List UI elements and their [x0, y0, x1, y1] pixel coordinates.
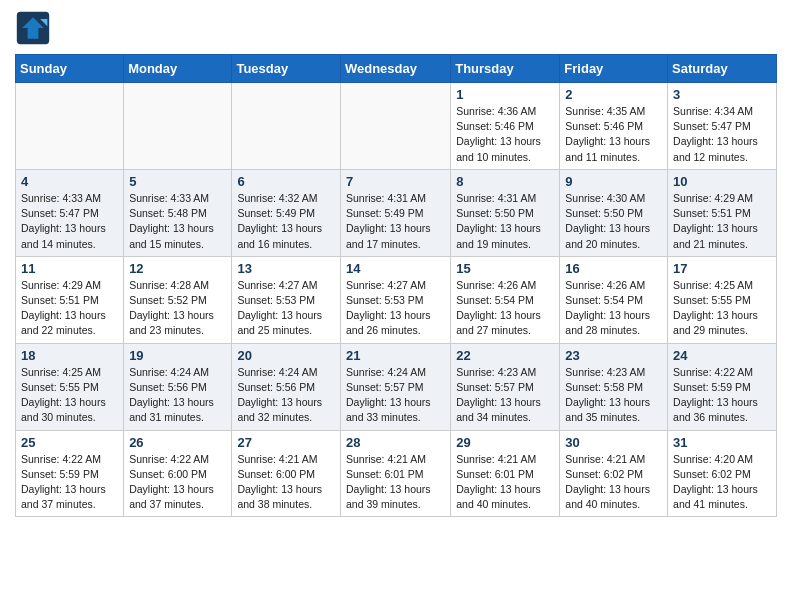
day-number: 24	[673, 348, 771, 363]
day-info: Sunrise: 4:24 AM Sunset: 5:56 PM Dayligh…	[129, 365, 226, 426]
day-number: 2	[565, 87, 662, 102]
day-info: Sunrise: 4:29 AM Sunset: 5:51 PM Dayligh…	[673, 191, 771, 252]
day-info: Sunrise: 4:33 AM Sunset: 5:47 PM Dayligh…	[21, 191, 118, 252]
day-info: Sunrise: 4:21 AM Sunset: 6:01 PM Dayligh…	[456, 452, 554, 513]
day-number: 7	[346, 174, 445, 189]
day-info: Sunrise: 4:33 AM Sunset: 5:48 PM Dayligh…	[129, 191, 226, 252]
calendar-cell	[340, 83, 450, 170]
day-info: Sunrise: 4:31 AM Sunset: 5:50 PM Dayligh…	[456, 191, 554, 252]
header	[15, 10, 777, 46]
calendar-cell: 22Sunrise: 4:23 AM Sunset: 5:57 PM Dayli…	[451, 343, 560, 430]
week-row-4: 18Sunrise: 4:25 AM Sunset: 5:55 PM Dayli…	[16, 343, 777, 430]
day-number: 23	[565, 348, 662, 363]
day-number: 3	[673, 87, 771, 102]
day-number: 30	[565, 435, 662, 450]
calendar-cell: 4Sunrise: 4:33 AM Sunset: 5:47 PM Daylig…	[16, 169, 124, 256]
day-info: Sunrise: 4:27 AM Sunset: 5:53 PM Dayligh…	[346, 278, 445, 339]
day-number: 20	[237, 348, 335, 363]
day-info: Sunrise: 4:24 AM Sunset: 5:56 PM Dayligh…	[237, 365, 335, 426]
week-row-1: 1Sunrise: 4:36 AM Sunset: 5:46 PM Daylig…	[16, 83, 777, 170]
day-info: Sunrise: 4:21 AM Sunset: 6:00 PM Dayligh…	[237, 452, 335, 513]
day-info: Sunrise: 4:23 AM Sunset: 5:57 PM Dayligh…	[456, 365, 554, 426]
day-info: Sunrise: 4:28 AM Sunset: 5:52 PM Dayligh…	[129, 278, 226, 339]
day-number: 18	[21, 348, 118, 363]
calendar-cell: 26Sunrise: 4:22 AM Sunset: 6:00 PM Dayli…	[124, 430, 232, 517]
day-number: 19	[129, 348, 226, 363]
page: SundayMondayTuesdayWednesdayThursdayFrid…	[0, 0, 792, 532]
weekday-header-wednesday: Wednesday	[340, 55, 450, 83]
logo-icon	[15, 10, 51, 46]
weekday-header-sunday: Sunday	[16, 55, 124, 83]
day-number: 21	[346, 348, 445, 363]
weekday-header-row: SundayMondayTuesdayWednesdayThursdayFrid…	[16, 55, 777, 83]
day-info: Sunrise: 4:21 AM Sunset: 6:02 PM Dayligh…	[565, 452, 662, 513]
calendar-cell: 19Sunrise: 4:24 AM Sunset: 5:56 PM Dayli…	[124, 343, 232, 430]
calendar-cell: 9Sunrise: 4:30 AM Sunset: 5:50 PM Daylig…	[560, 169, 668, 256]
day-number: 15	[456, 261, 554, 276]
day-info: Sunrise: 4:35 AM Sunset: 5:46 PM Dayligh…	[565, 104, 662, 165]
calendar-cell: 27Sunrise: 4:21 AM Sunset: 6:00 PM Dayli…	[232, 430, 341, 517]
day-info: Sunrise: 4:23 AM Sunset: 5:58 PM Dayligh…	[565, 365, 662, 426]
calendar-cell: 14Sunrise: 4:27 AM Sunset: 5:53 PM Dayli…	[340, 256, 450, 343]
weekday-header-monday: Monday	[124, 55, 232, 83]
day-number: 8	[456, 174, 554, 189]
calendar-cell: 28Sunrise: 4:21 AM Sunset: 6:01 PM Dayli…	[340, 430, 450, 517]
calendar-cell	[232, 83, 341, 170]
calendar-cell: 3Sunrise: 4:34 AM Sunset: 5:47 PM Daylig…	[668, 83, 777, 170]
day-info: Sunrise: 4:26 AM Sunset: 5:54 PM Dayligh…	[565, 278, 662, 339]
day-number: 9	[565, 174, 662, 189]
calendar-cell	[16, 83, 124, 170]
day-number: 6	[237, 174, 335, 189]
day-number: 31	[673, 435, 771, 450]
day-number: 14	[346, 261, 445, 276]
week-row-3: 11Sunrise: 4:29 AM Sunset: 5:51 PM Dayli…	[16, 256, 777, 343]
week-row-5: 25Sunrise: 4:22 AM Sunset: 5:59 PM Dayli…	[16, 430, 777, 517]
day-info: Sunrise: 4:22 AM Sunset: 5:59 PM Dayligh…	[673, 365, 771, 426]
day-info: Sunrise: 4:22 AM Sunset: 5:59 PM Dayligh…	[21, 452, 118, 513]
day-info: Sunrise: 4:24 AM Sunset: 5:57 PM Dayligh…	[346, 365, 445, 426]
day-number: 11	[21, 261, 118, 276]
day-info: Sunrise: 4:22 AM Sunset: 6:00 PM Dayligh…	[129, 452, 226, 513]
day-info: Sunrise: 4:30 AM Sunset: 5:50 PM Dayligh…	[565, 191, 662, 252]
calendar-cell: 8Sunrise: 4:31 AM Sunset: 5:50 PM Daylig…	[451, 169, 560, 256]
calendar-cell: 31Sunrise: 4:20 AM Sunset: 6:02 PM Dayli…	[668, 430, 777, 517]
calendar-cell: 13Sunrise: 4:27 AM Sunset: 5:53 PM Dayli…	[232, 256, 341, 343]
calendar-cell	[124, 83, 232, 170]
calendar-cell: 5Sunrise: 4:33 AM Sunset: 5:48 PM Daylig…	[124, 169, 232, 256]
calendar-cell: 16Sunrise: 4:26 AM Sunset: 5:54 PM Dayli…	[560, 256, 668, 343]
weekday-header-saturday: Saturday	[668, 55, 777, 83]
calendar-cell: 11Sunrise: 4:29 AM Sunset: 5:51 PM Dayli…	[16, 256, 124, 343]
calendar-cell: 24Sunrise: 4:22 AM Sunset: 5:59 PM Dayli…	[668, 343, 777, 430]
day-number: 1	[456, 87, 554, 102]
logo	[15, 10, 55, 46]
calendar-cell: 6Sunrise: 4:32 AM Sunset: 5:49 PM Daylig…	[232, 169, 341, 256]
calendar-cell: 1Sunrise: 4:36 AM Sunset: 5:46 PM Daylig…	[451, 83, 560, 170]
weekday-header-thursday: Thursday	[451, 55, 560, 83]
calendar-cell: 21Sunrise: 4:24 AM Sunset: 5:57 PM Dayli…	[340, 343, 450, 430]
calendar-cell: 15Sunrise: 4:26 AM Sunset: 5:54 PM Dayli…	[451, 256, 560, 343]
day-info: Sunrise: 4:27 AM Sunset: 5:53 PM Dayligh…	[237, 278, 335, 339]
day-info: Sunrise: 4:31 AM Sunset: 5:49 PM Dayligh…	[346, 191, 445, 252]
day-info: Sunrise: 4:34 AM Sunset: 5:47 PM Dayligh…	[673, 104, 771, 165]
calendar-cell: 25Sunrise: 4:22 AM Sunset: 5:59 PM Dayli…	[16, 430, 124, 517]
calendar-cell: 2Sunrise: 4:35 AM Sunset: 5:46 PM Daylig…	[560, 83, 668, 170]
calendar-cell: 30Sunrise: 4:21 AM Sunset: 6:02 PM Dayli…	[560, 430, 668, 517]
day-info: Sunrise: 4:26 AM Sunset: 5:54 PM Dayligh…	[456, 278, 554, 339]
weekday-header-tuesday: Tuesday	[232, 55, 341, 83]
day-number: 5	[129, 174, 226, 189]
day-number: 26	[129, 435, 226, 450]
day-number: 22	[456, 348, 554, 363]
day-number: 13	[237, 261, 335, 276]
day-info: Sunrise: 4:36 AM Sunset: 5:46 PM Dayligh…	[456, 104, 554, 165]
calendar-cell: 7Sunrise: 4:31 AM Sunset: 5:49 PM Daylig…	[340, 169, 450, 256]
day-info: Sunrise: 4:21 AM Sunset: 6:01 PM Dayligh…	[346, 452, 445, 513]
weekday-header-friday: Friday	[560, 55, 668, 83]
day-info: Sunrise: 4:32 AM Sunset: 5:49 PM Dayligh…	[237, 191, 335, 252]
day-number: 12	[129, 261, 226, 276]
day-number: 16	[565, 261, 662, 276]
calendar-cell: 18Sunrise: 4:25 AM Sunset: 5:55 PM Dayli…	[16, 343, 124, 430]
day-number: 29	[456, 435, 554, 450]
day-info: Sunrise: 4:20 AM Sunset: 6:02 PM Dayligh…	[673, 452, 771, 513]
calendar-cell: 17Sunrise: 4:25 AM Sunset: 5:55 PM Dayli…	[668, 256, 777, 343]
day-number: 10	[673, 174, 771, 189]
